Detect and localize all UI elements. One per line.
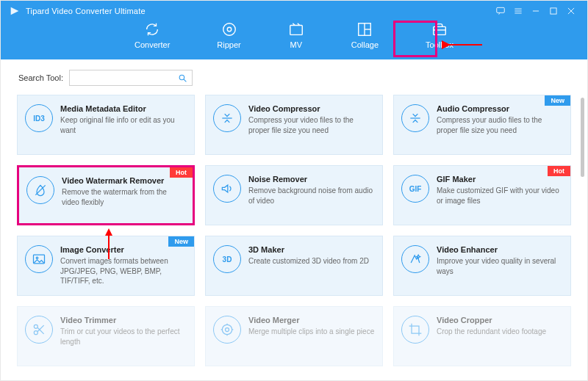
merger-icon bbox=[213, 316, 241, 344]
tabs: Converter Ripper MV Collage Toolbox bbox=[1, 20, 587, 51]
tool-title: Media Metadata Editor bbox=[60, 104, 187, 113]
app-window: Tipard Video Converter Ultimate Converte… bbox=[0, 0, 588, 381]
audio-compress-icon bbox=[401, 104, 429, 132]
maximize-icon[interactable] bbox=[545, 4, 562, 18]
image-converter-icon bbox=[25, 245, 53, 273]
tool-desc: Trim or cut your videos to the perfect l… bbox=[60, 327, 187, 346]
tool-video-compressor[interactable]: Video Compressor Compress your video fil… bbox=[205, 95, 383, 155]
tool-desc: Remove the watermark from the video flex… bbox=[62, 187, 185, 207]
compress-icon bbox=[213, 104, 241, 132]
search-box[interactable] bbox=[69, 70, 193, 86]
tool-grid-wrap: ID3 Media Metadata Editor Keep original … bbox=[1, 92, 587, 380]
tab-ripper[interactable]: Ripper bbox=[212, 20, 245, 51]
search-label: Search Tool: bbox=[18, 73, 63, 82]
tool-desc: Convert images formats between JPG/JPEG,… bbox=[60, 256, 187, 286]
minimize-icon[interactable] bbox=[527, 4, 545, 18]
ripper-icon bbox=[221, 21, 237, 37]
svg-point-24 bbox=[34, 324, 37, 328]
tool-desc: Compress your audio files to the proper … bbox=[437, 115, 563, 135]
tab-label: MV bbox=[290, 40, 302, 49]
gif-icon: GIF bbox=[401, 175, 429, 203]
svg-point-29 bbox=[226, 328, 229, 332]
tab-converter[interactable]: Converter bbox=[130, 20, 174, 51]
svg-point-28 bbox=[222, 324, 232, 334]
tool-title: Video Trimmer bbox=[60, 316, 187, 324]
titlebar: Tipard Video Converter Ultimate Converte… bbox=[1, 1, 587, 59]
trimmer-icon bbox=[25, 316, 53, 344]
tool-title: Noise Remover bbox=[248, 175, 375, 184]
search-icon[interactable] bbox=[178, 73, 187, 83]
scrollbar-thumb[interactable] bbox=[581, 98, 584, 177]
tab-toolbox[interactable]: Toolbox bbox=[421, 20, 458, 51]
tab-label: Ripper bbox=[217, 40, 240, 49]
svg-point-23 bbox=[36, 257, 38, 259]
tool-gif-maker[interactable]: Hot GIF GIF Maker Make customized GIF wi… bbox=[393, 165, 571, 225]
tool-desc: Create customized 3D video from 2D bbox=[248, 256, 375, 266]
feedback-icon[interactable] bbox=[492, 4, 509, 18]
badge-hot: Hot bbox=[548, 166, 570, 176]
search-row: Search Tool: bbox=[1, 59, 587, 92]
svg-rect-0 bbox=[497, 7, 505, 12]
tool-media-metadata-editor[interactable]: ID3 Media Metadata Editor Keep original … bbox=[17, 95, 195, 155]
svg-point-8 bbox=[223, 23, 235, 36]
svg-rect-14 bbox=[434, 26, 446, 35]
titlebar-top: Tipard Video Converter Ultimate bbox=[1, 1, 587, 18]
tool-video-enhancer[interactable]: Video Enhancer Improve your video qualit… bbox=[393, 236, 571, 296]
tool-title: Video Compressor bbox=[248, 104, 375, 113]
tool-desc: Crop the redundant video footage bbox=[437, 327, 563, 337]
tool-video-watermark-remover[interactable]: Hot Video Watermark Remover Remove the w… bbox=[17, 165, 195, 225]
noise-remover-icon bbox=[213, 175, 241, 203]
tool-title: Video Enhancer bbox=[437, 245, 563, 254]
tool-audio-compressor[interactable]: New Audio Compressor Compress your audio… bbox=[393, 95, 571, 155]
svg-line-18 bbox=[184, 79, 186, 81]
mv-icon bbox=[288, 21, 304, 37]
tab-label: Converter bbox=[135, 40, 170, 49]
tool-3d-maker[interactable]: 3D 3D Maker Create customized 3D video f… bbox=[205, 236, 383, 296]
tool-desc: Merge multiple clips into a single piece bbox=[248, 327, 375, 337]
cropper-icon bbox=[401, 316, 429, 344]
tool-video-merger[interactable]: Video Merger Merge multiple clips into a… bbox=[205, 306, 383, 366]
3d-icon: 3D bbox=[213, 245, 241, 273]
close-icon[interactable] bbox=[562, 4, 580, 18]
tool-desc: Improve your video quality in several wa… bbox=[437, 256, 563, 276]
tool-title: Video Watermark Remover bbox=[62, 176, 185, 185]
tool-title: Audio Compressor bbox=[437, 104, 563, 113]
tool-video-trimmer[interactable]: Video Trimmer Trim or cut your videos to… bbox=[17, 306, 195, 366]
app-title: Tipard Video Converter Ultimate bbox=[26, 7, 146, 15]
tool-title: 3D Maker bbox=[248, 245, 375, 254]
svg-rect-10 bbox=[290, 26, 302, 35]
tab-label: Toolbox bbox=[426, 40, 453, 49]
converter-icon bbox=[144, 21, 160, 37]
tool-title: GIF Maker bbox=[437, 175, 563, 184]
svg-point-17 bbox=[179, 75, 184, 80]
watermark-remover-icon bbox=[26, 176, 54, 204]
enhancer-icon bbox=[401, 245, 429, 273]
app-logo-icon bbox=[8, 4, 21, 18]
badge-hot: Hot bbox=[170, 167, 193, 178]
tool-desc: Make customized GIF with your video or i… bbox=[437, 186, 563, 206]
tool-title: Image Converter bbox=[60, 245, 187, 254]
menu-icon[interactable] bbox=[509, 4, 527, 18]
tool-desc: Remove background noise from audio of vi… bbox=[248, 186, 375, 206]
tab-collage[interactable]: Collage bbox=[347, 20, 383, 51]
tool-image-converter[interactable]: New Image Converter Convert images forma… bbox=[17, 236, 195, 296]
tab-label: Collage bbox=[351, 40, 379, 49]
id3-icon: ID3 bbox=[25, 104, 53, 132]
tool-noise-remover[interactable]: Noise Remover Remove background noise fr… bbox=[205, 165, 383, 225]
tab-mv[interactable]: MV bbox=[284, 20, 309, 51]
tool-title: Video Cropper bbox=[437, 316, 563, 324]
svg-point-9 bbox=[227, 27, 232, 32]
collage-icon bbox=[356, 21, 373, 37]
tool-grid: ID3 Media Metadata Editor Keep original … bbox=[17, 95, 571, 366]
svg-rect-5 bbox=[551, 8, 556, 14]
tool-video-cropper[interactable]: Video Cropper Crop the redundant video f… bbox=[393, 306, 571, 366]
svg-point-25 bbox=[34, 331, 37, 335]
badge-new: New bbox=[168, 236, 194, 247]
tool-desc: Compress your video files to the proper … bbox=[248, 115, 375, 135]
toolbox-icon bbox=[431, 21, 448, 37]
tool-title: Video Merger bbox=[248, 316, 375, 324]
tool-desc: Keep original file info or edit as you w… bbox=[60, 115, 187, 135]
badge-new: New bbox=[545, 95, 570, 106]
search-input[interactable] bbox=[74, 73, 178, 82]
